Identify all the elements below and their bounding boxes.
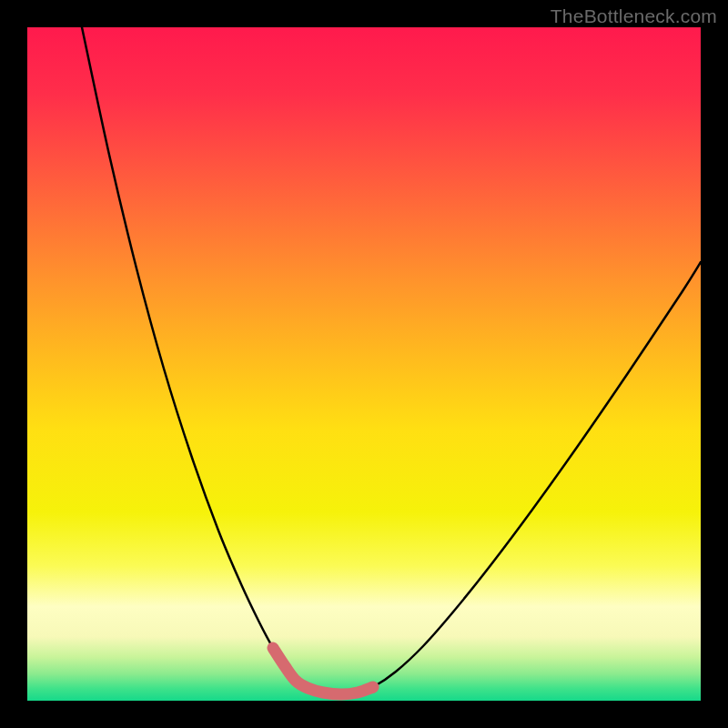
chart-frame: TheBottleneck.com bbox=[0, 0, 728, 728]
watermark-text: TheBottleneck.com bbox=[551, 5, 717, 27]
bottleneck-curve bbox=[82, 27, 701, 694]
plot-area bbox=[27, 27, 701, 701]
bottleneck-highlight bbox=[273, 648, 373, 694]
curve-layer bbox=[27, 27, 701, 701]
